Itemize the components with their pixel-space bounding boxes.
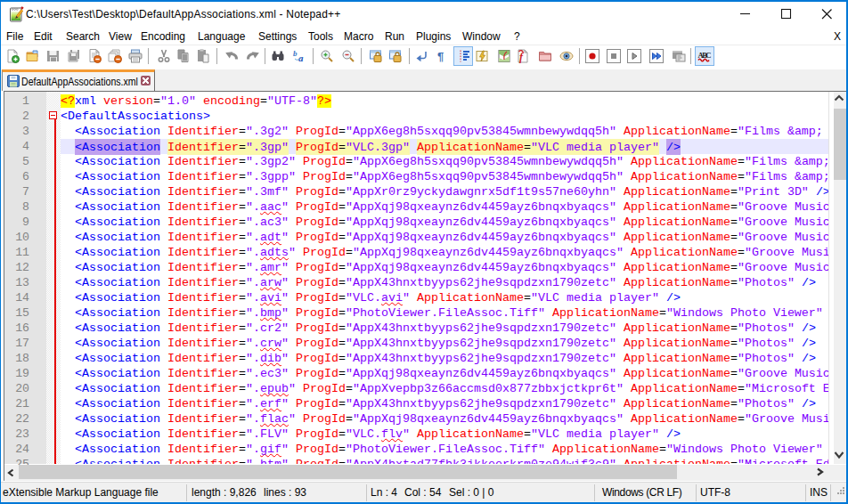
svg-text:b: b <box>293 49 298 58</box>
svg-text:ABC: ABC <box>698 51 712 60</box>
svg-text:¶: ¶ <box>437 50 444 63</box>
